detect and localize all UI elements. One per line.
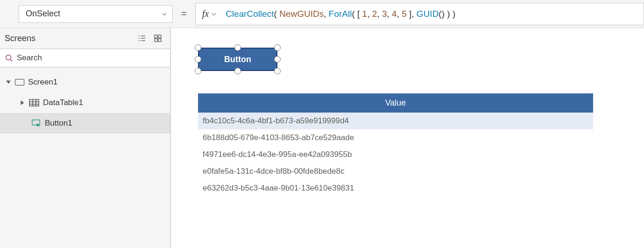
table-row[interactable]: e63262d3-b5c3-4aae-9b01-13e610e39831: [198, 180, 593, 197]
resize-handle-br[interactable]: [274, 68, 281, 74]
table-row[interactable]: 6b188d05-679e-4103-8653-ab7ce529aade: [198, 129, 593, 146]
canvas-inner: Button Value fb4c10c5-4c6a-4bf1-b673-a59…: [178, 33, 644, 248]
svg-rect-19: [32, 120, 40, 125]
formula-bar[interactable]: fx ClearCollect( NewGUIDs, ForAll( [ 1, …: [195, 3, 644, 25]
search-icon: [5, 54, 13, 62]
table-row[interactable]: f4971ee6-dc14-4e3e-995a-ee42a093955b: [198, 146, 593, 163]
tree-search[interactable]: [0, 49, 170, 67]
tree-node-datatable1[interactable]: DataTable1: [0, 92, 170, 113]
main-area: Screens Screen1: [0, 28, 644, 248]
tree-panel: Screens Screen1: [0, 28, 170, 248]
selected-button-control[interactable]: Button: [198, 48, 277, 71]
formula-bar-row: OnSelect = fx ClearCollect( NewGUIDs, Fo…: [0, 0, 644, 28]
table-header-value[interactable]: Value: [198, 93, 593, 113]
property-selector[interactable]: OnSelect: [19, 5, 173, 23]
caret-down-icon[interactable]: [6, 79, 11, 85]
table-icon: [29, 99, 39, 106]
svg-point-10: [6, 55, 11, 60]
resize-handle-tm[interactable]: [234, 44, 241, 51]
search-input[interactable]: [17, 53, 165, 63]
tree-title: Screens: [5, 34, 35, 43]
tree-header: Screens: [0, 28, 170, 49]
screen-tree: Screen1 DataTable1: [0, 67, 170, 134]
table-row[interactable]: fb4c10c5-4c6a-4bf1-b673-a59e919999d4: [198, 113, 593, 129]
resize-handle-bl[interactable]: [195, 68, 201, 74]
tree-node-label: Button1: [45, 119, 72, 128]
button-icon: [32, 120, 41, 127]
svg-line-11: [11, 60, 13, 62]
svg-rect-7: [158, 35, 161, 38]
button-label: Button: [224, 55, 251, 64]
caret-right-icon[interactable]: [20, 100, 25, 106]
resize-handle-mr[interactable]: [274, 56, 281, 63]
equals-sign: =: [181, 8, 187, 19]
chevron-down-icon: [161, 11, 168, 17]
svg-marker-12: [6, 80, 11, 84]
svg-rect-9: [158, 39, 161, 42]
tree-node-button1[interactable]: Button1: [0, 113, 170, 134]
resize-handle-bm[interactable]: [234, 68, 241, 74]
data-table[interactable]: Value fb4c10c5-4c6a-4bf1-b673-a59e919999…: [198, 93, 593, 197]
tree-node-label: DataTable1: [43, 98, 83, 107]
tree-node-label: Screen1: [28, 78, 57, 87]
svg-rect-8: [155, 39, 157, 42]
tree-header-icons: [137, 34, 163, 43]
tree-node-screen1[interactable]: Screen1: [0, 72, 170, 92]
svg-marker-13: [21, 100, 24, 105]
resize-handle-ml[interactable]: [195, 56, 201, 63]
table-row[interactable]: e0fafe5a-131c-4dce-bf8b-00fde8bede8c: [198, 163, 593, 180]
svg-rect-14: [29, 99, 39, 106]
svg-rect-6: [155, 35, 157, 38]
canvas[interactable]: Button Value fb4c10c5-4c6a-4bf1-b673-a59…: [170, 28, 644, 248]
grid-view-icon[interactable]: [153, 34, 163, 43]
property-selector-value: OnSelect: [26, 9, 60, 19]
screen-icon: [15, 78, 24, 86]
resize-handle-tr[interactable]: [274, 44, 281, 51]
formula-text[interactable]: ClearCollect( NewGUIDs, ForAll( [ 1, 2, …: [226, 9, 455, 19]
list-view-icon[interactable]: [137, 34, 147, 43]
fx-expand-icon[interactable]: [211, 11, 217, 17]
fx-label: fx: [202, 8, 209, 19]
resize-handle-tl[interactable]: [195, 44, 201, 51]
